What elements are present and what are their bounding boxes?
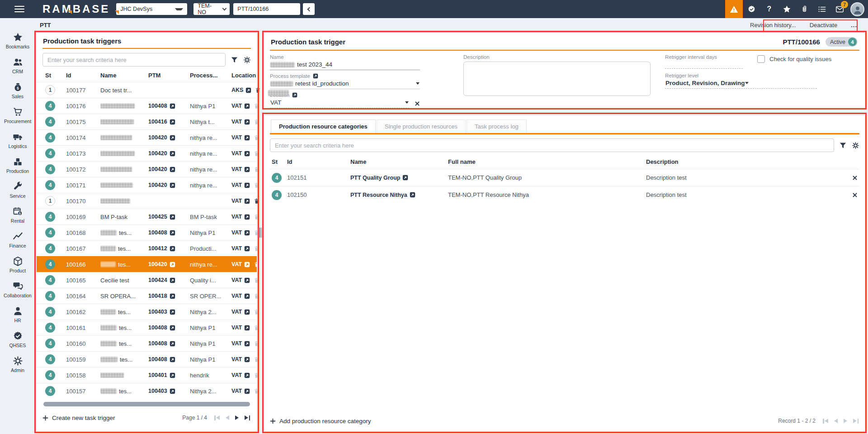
sidebar-item-hr[interactable]: HR [0,302,35,327]
open-link-icon[interactable] [170,230,175,236]
open-link-icon[interactable] [244,230,250,236]
sidebar-item-procurement[interactable]: Procurement [0,103,35,128]
delete-icon[interactable] [253,103,260,110]
sidebar-item-rental[interactable]: Rental [0,202,35,227]
task-trigger-row[interactable]: 4 100172 100420 nithya re... VAT [37,161,257,177]
delete-icon[interactable] [253,309,260,315]
gear-icon[interactable] [852,142,859,149]
sidebar-item-admin[interactable]: Admin [0,352,35,377]
open-link-icon[interactable] [170,293,175,299]
column-header-full-name[interactable]: Full name [448,158,646,165]
search-input[interactable] [42,53,226,67]
open-link-icon[interactable] [244,277,250,283]
hamburger-menu-icon[interactable] [14,6,24,13]
sidebar-item-collaboration[interactable]: Collaboration [0,277,35,302]
open-link-icon[interactable] [170,246,175,252]
open-link-icon[interactable] [244,293,250,299]
panel-splitter[interactable] [259,226,262,239]
alerts-button[interactable] [725,0,743,18]
revision-history-button[interactable]: Revision history... [750,22,796,29]
task-trigger-row[interactable]: 4 100164 SR OPERA... 100418 SR OPER... V… [37,288,257,304]
quality-check-group[interactable]: Check for quality issues [757,55,831,63]
open-link-icon[interactable] [244,198,250,204]
messages-button[interactable]: 7 [831,0,849,18]
task-trigger-row[interactable]: 4 100166 tes... 100420 nithya re... VAT [37,256,257,272]
open-link-icon[interactable] [244,372,250,378]
task-trigger-row[interactable]: 4 100176 100408 Nithya P1 VAT [37,98,257,114]
last-page-button[interactable] [245,415,250,420]
quality-checkbox[interactable] [757,55,765,63]
first-page-button[interactable] [823,419,828,424]
delete-icon[interactable] [253,182,260,189]
column-header-name[interactable]: Name [100,72,148,79]
tab-production-resource-categories[interactable]: Production resource categories [271,119,376,133]
open-link-icon[interactable] [170,372,175,378]
task-trigger-row[interactable]: 4 100165 Cecilie test 100424 Quality i..… [37,272,257,288]
add-resource-category-button[interactable]: Add production resource category [270,418,371,424]
approvals-button[interactable] [743,0,760,18]
open-link-icon[interactable] [244,309,250,315]
open-link-icon[interactable] [170,262,175,267]
task-trigger-row[interactable]: 1 100170 VAT [37,193,257,209]
open-link-icon[interactable] [170,151,175,157]
help-button[interactable]: ? [760,0,778,18]
next-page-button[interactable] [235,415,239,420]
task-trigger-row[interactable]: 4 100161 tes... 100408 Nithya P1 VAT [37,320,257,335]
name-field[interactable]: test 2023_44 [270,60,420,70]
delete-icon[interactable] [253,166,260,173]
clear-location-icon[interactable] [415,101,420,106]
horizontal-scrollbar[interactable] [43,402,250,406]
remove-icon[interactable] [852,175,858,181]
open-link-icon[interactable] [170,341,175,347]
column-header-location[interactable]: Location [231,72,256,79]
column-header-process[interactable]: Process... [190,72,231,79]
retrigger-interval-field[interactable] [665,60,743,69]
gear-icon[interactable] [243,56,251,64]
filter-icon[interactable] [231,56,238,64]
next-page-button[interactable] [844,419,847,423]
open-link-icon[interactable] [244,182,250,188]
task-trigger-row[interactable]: 4 100158 100401 hendrik VAT [37,367,257,383]
sidebar-item-logistics[interactable]: Logistics [0,128,35,153]
open-link-icon[interactable] [170,357,175,362]
deactivate-button[interactable]: Deactivate [810,22,837,29]
company-select[interactable]: TEM-NO [193,3,230,15]
open-link-icon[interactable] [170,167,175,172]
column-header-st[interactable]: St [45,72,66,79]
resources-search-input[interactable] [270,138,834,152]
sidebar-item-sales[interactable]: Sales [0,78,35,103]
open-link-icon[interactable] [245,87,251,93]
open-link-icon[interactable] [244,103,250,109]
open-link-icon[interactable] [170,214,175,220]
task-trigger-row[interactable]: 4 100168 tes... 100408 Nithya P1 VAT [37,224,257,240]
open-link-icon[interactable] [244,246,250,252]
column-header-ptm[interactable]: PTM [148,72,190,79]
open-link-icon[interactable] [244,357,250,362]
open-link-icon[interactable] [313,73,318,79]
retrigger-level-select[interactable]: Product, Revision, Drawing [665,78,817,89]
task-trigger-row[interactable]: 4 100160 tes... 100408 Nithya P1 VAT [37,335,257,351]
delete-icon[interactable] [253,372,260,379]
sidebar-item-qhses[interactable]: QHSES [0,327,35,352]
create-task-trigger-button[interactable]: Create new task trigger [42,415,115,421]
sidebar-item-finance[interactable]: Finance [0,227,35,252]
location-select[interactable]: VAT [270,98,409,108]
last-page-button[interactable] [853,419,859,424]
first-page-button[interactable] [214,415,220,420]
column-header-st[interactable]: St [272,158,287,165]
column-header-id[interactable]: Id [287,158,350,165]
open-link-icon[interactable] [244,325,250,331]
sidebar-item-production[interactable]: Production [0,153,35,177]
column-header-id[interactable]: Id [66,72,100,79]
task-trigger-row[interactable]: 4 100162 tes... 100403 Nithya 2... VAT [37,304,257,320]
process-template-select[interactable]: retest id_production [270,79,420,89]
task-trigger-row[interactable]: 4 100173 100420 nithya re... VAT [37,145,257,161]
delete-icon[interactable] [253,324,260,331]
open-link-icon[interactable] [244,135,250,141]
favorites-button[interactable] [778,0,796,18]
attachments-button[interactable] [796,0,813,18]
sidebar-item-crm[interactable]: CRM [0,53,35,78]
remove-icon[interactable] [852,192,858,198]
open-link-icon[interactable] [244,151,250,157]
document-search-input[interactable] [233,3,300,15]
